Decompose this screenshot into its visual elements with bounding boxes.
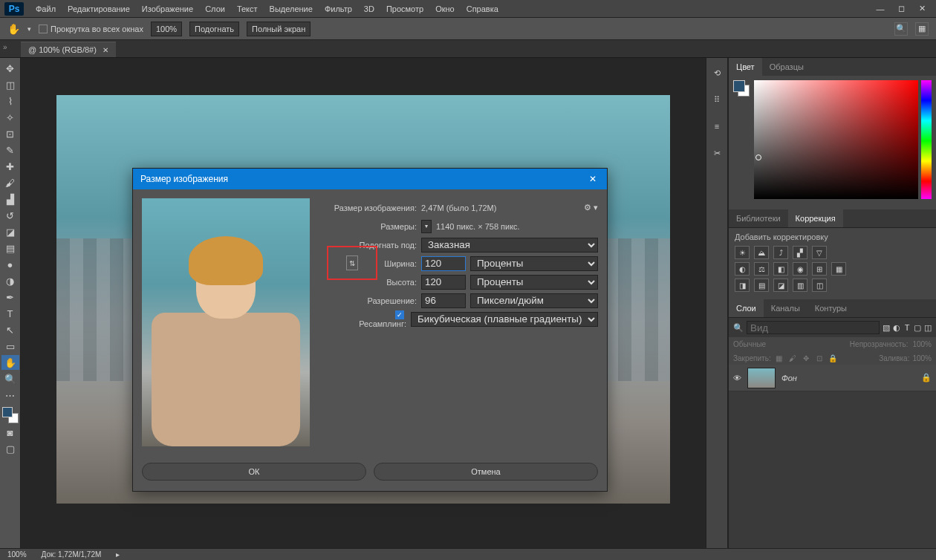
marquee-tool[interactable]: ◫ — [1, 77, 19, 92]
brush-tool[interactable]: 🖌 — [1, 175, 19, 190]
levels-icon[interactable]: ⛰ — [754, 246, 769, 259]
mixer-icon[interactable]: ⊞ — [812, 262, 827, 276]
scroll-all-checkbox[interactable]: Прокрутка во всех окнах — [39, 25, 143, 33]
zoom-tool[interactable]: 🔍 — [1, 371, 19, 386]
lock-all-icon[interactable]: 🔒 — [828, 353, 838, 363]
filter-smart-icon[interactable]: ◫ — [924, 322, 932, 333]
gradient-tool[interactable]: ▤ — [1, 241, 19, 255]
fit-button[interactable]: Подогнать — [189, 22, 239, 36]
pen-tool[interactable]: ✒ — [1, 290, 19, 305]
fit-select[interactable]: Заказная — [421, 238, 598, 253]
invert-icon[interactable]: ◨ — [735, 279, 750, 292]
menu-3d[interactable]: 3D — [358, 4, 380, 13]
bw-icon[interactable]: ◧ — [773, 262, 788, 276]
eraser-tool[interactable]: ◪ — [1, 224, 19, 239]
menu-text[interactable]: Текст — [231, 4, 264, 13]
lock-artboard-icon[interactable]: ⊡ — [814, 353, 825, 363]
resample-select[interactable]: Бикубическая (плавные градиенты) — [411, 312, 598, 327]
menu-file[interactable]: Файл — [30, 4, 62, 13]
filter-shape-icon[interactable]: ▢ — [914, 322, 921, 333]
status-arrow-icon[interactable]: ▸ — [116, 550, 120, 559]
resample-checkbox[interactable]: ✓Ресамплинг: — [351, 310, 406, 328]
tab-swatches[interactable]: Образцы — [762, 58, 811, 76]
move-tool[interactable]: ✥ — [1, 61, 19, 76]
dropdown-icon[interactable]: ▾ — [27, 25, 31, 33]
threshold-icon[interactable]: ◪ — [773, 279, 788, 292]
height-unit-select[interactable]: Проценты — [470, 275, 598, 290]
menu-select[interactable]: Выделение — [264, 4, 319, 13]
fill-value[interactable]: 100% — [912, 354, 932, 362]
heal-tool[interactable]: ✚ — [1, 159, 19, 174]
filter-type-icon[interactable]: T — [903, 322, 911, 333]
lasso-tool[interactable]: ⌇ — [1, 94, 19, 108]
hue-slider[interactable] — [921, 80, 932, 199]
color-picker[interactable] — [754, 80, 918, 199]
link-icon[interactable]: ⇅ — [346, 255, 358, 270]
close-button[interactable]: ✕ — [917, 4, 927, 14]
cancel-button[interactable]: Отмена — [374, 463, 598, 481]
tab-paths[interactable]: Контуры — [807, 299, 854, 317]
tools-panel-icon[interactable]: ✂ — [709, 146, 724, 160]
menu-edit[interactable]: Редактирование — [62, 4, 136, 13]
workspace-icon[interactable]: ▦ — [915, 22, 929, 36]
crop-tool[interactable]: ⊡ — [1, 126, 19, 141]
photo-filter-icon[interactable]: ◉ — [793, 262, 807, 276]
exposure-icon[interactable]: ▞ — [793, 246, 807, 259]
search-icon[interactable]: 🔍 — [894, 22, 908, 36]
paragraph-panel-icon[interactable]: ≡ — [709, 119, 724, 134]
layer-name[interactable]: Фон — [781, 374, 915, 382]
stamp-tool[interactable]: ▟ — [1, 192, 19, 206]
close-tab-icon[interactable]: ✕ — [103, 46, 108, 54]
dodge-tool[interactable]: ◑ — [1, 273, 19, 288]
tab-adjustments[interactable]: Коррекция — [788, 209, 843, 227]
opacity-value[interactable]: 100% — [912, 340, 932, 348]
selective-icon[interactable]: ◫ — [812, 279, 827, 292]
lock-pixels-icon[interactable]: ▦ — [774, 353, 784, 363]
hue-icon[interactable]: ◐ — [735, 262, 750, 276]
lock-move-icon[interactable]: ✥ — [801, 353, 811, 363]
width-unit-select[interactable]: Проценты — [470, 256, 598, 271]
gear-icon[interactable]: ⚙ ▾ — [584, 203, 598, 212]
blur-tool[interactable]: ● — [1, 257, 19, 272]
shape-tool[interactable]: ▭ — [1, 339, 19, 354]
menu-filter[interactable]: Фильтр — [319, 4, 358, 13]
panel-toggle-icon[interactable]: » — [3, 43, 7, 51]
eyedropper-tool[interactable]: ✎ — [1, 143, 19, 157]
dialog-close-button[interactable]: ✕ — [586, 172, 599, 186]
vibrance-icon[interactable]: ▽ — [812, 246, 827, 259]
brushes-panel-icon[interactable]: ⠿ — [709, 92, 724, 107]
more-tools[interactable]: ⋯ — [1, 388, 19, 403]
hand-tool[interactable]: ✋ — [1, 355, 19, 370]
minimize-button[interactable]: — — [875, 4, 885, 14]
tab-color[interactable]: Цвет — [729, 58, 762, 76]
lookup-icon[interactable]: ▦ — [831, 262, 846, 276]
dialog-titlebar[interactable]: Размер изображения ✕ — [133, 169, 607, 189]
map-icon[interactable]: ▥ — [793, 279, 807, 292]
menu-window[interactable]: Окно — [429, 4, 461, 13]
res-unit-select[interactable]: Пиксели/дюйм — [470, 293, 598, 308]
menu-view[interactable]: Просмотр — [380, 4, 429, 13]
fullscreen-button[interactable]: Полный экран — [247, 22, 311, 36]
width-input[interactable] — [421, 256, 466, 271]
layer-row[interactable]: 👁 Фон 🔒 — [729, 365, 936, 391]
height-input[interactable] — [421, 275, 466, 290]
filter-adjust-icon[interactable]: ◐ — [893, 322, 900, 333]
history-panel-icon[interactable]: ⟲ — [709, 65, 724, 80]
history-brush-tool[interactable]: ↺ — [1, 208, 19, 223]
status-zoom[interactable]: 100% — [7, 550, 27, 559]
lock-brush-icon[interactable]: 🖌 — [787, 353, 798, 363]
color-swatches[interactable] — [2, 407, 19, 423]
brightness-icon[interactable]: ☀ — [735, 246, 750, 259]
tab-layers[interactable]: Слои — [729, 299, 764, 317]
type-tool[interactable]: T — [1, 306, 19, 321]
curves-icon[interactable]: ⤴ — [773, 246, 788, 259]
layer-thumbnail[interactable] — [747, 368, 776, 388]
fg-bg-swatch[interactable] — [733, 80, 750, 97]
tab-channels[interactable]: Каналы — [764, 299, 807, 317]
maximize-button[interactable]: ◻ — [896, 4, 906, 14]
layer-lock-icon[interactable]: 🔒 — [921, 373, 932, 382]
menu-image[interactable]: Изображение — [136, 4, 199, 13]
res-input[interactable] — [421, 293, 466, 308]
filter-image-icon[interactable]: ▧ — [883, 322, 890, 333]
ok-button[interactable]: ОК — [142, 463, 366, 481]
